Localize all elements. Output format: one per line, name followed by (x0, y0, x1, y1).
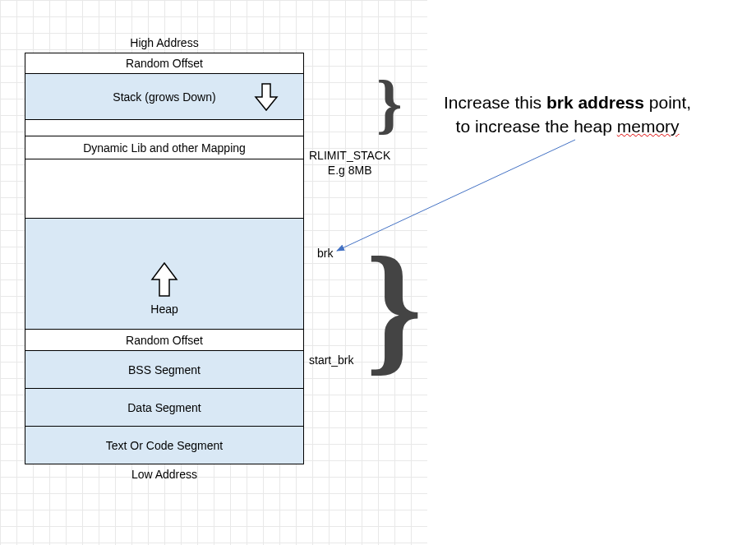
brace-heap-icon: } (366, 247, 422, 369)
random-offset-top-text: Random Offset (126, 57, 203, 70)
segment-stack: Stack (grows Down) (25, 74, 304, 120)
high-address-label: High Address (25, 33, 304, 53)
arrow-up-icon (150, 261, 178, 298)
bss-text: BSS Segment (128, 363, 201, 376)
annotation-part2: point, (644, 93, 691, 112)
annotation-text: Increase this brk address point, to incr… (444, 90, 691, 139)
segment-data: Data Segment (25, 389, 304, 427)
annotation-line2b: memory (617, 117, 680, 136)
segment-text-code: Text Or Code Segment (25, 427, 304, 464)
heap-text: Heap (150, 303, 177, 316)
stack-text: Stack (grows Down) (113, 90, 215, 104)
segment-random-offset-bottom: Random Offset (25, 330, 304, 351)
segment-random-offset-top: Random Offset (25, 53, 304, 74)
annotation-part1: Increase this (444, 93, 546, 112)
random-offset-bottom-text: Random Offset (126, 334, 203, 347)
annotation-bold: brk address (546, 93, 644, 112)
start-brk-label: start_brk (309, 353, 353, 367)
pointer-arrow-icon (329, 136, 592, 259)
segment-empty-mapping (25, 159, 304, 219)
svg-line-1 (337, 140, 575, 251)
low-address-label: Low Address (25, 464, 304, 484)
segment-stack-gap (25, 120, 304, 136)
arrow-down-icon (254, 82, 279, 112)
annotation-line2a: to increase the heap (456, 117, 617, 136)
memory-layout-diagram: High Address Random Offset Stack (grows … (25, 33, 304, 484)
text-code-text: Text Or Code Segment (106, 439, 223, 452)
dynlib-text: Dynamic Lib and other Mapping (83, 141, 246, 155)
brace-stack-icon: } (376, 77, 403, 130)
segment-heap: Heap (25, 219, 304, 330)
segment-dynamic-lib: Dynamic Lib and other Mapping (25, 136, 304, 159)
segment-bss: BSS Segment (25, 351, 304, 389)
data-text: Data Segment (127, 401, 201, 414)
